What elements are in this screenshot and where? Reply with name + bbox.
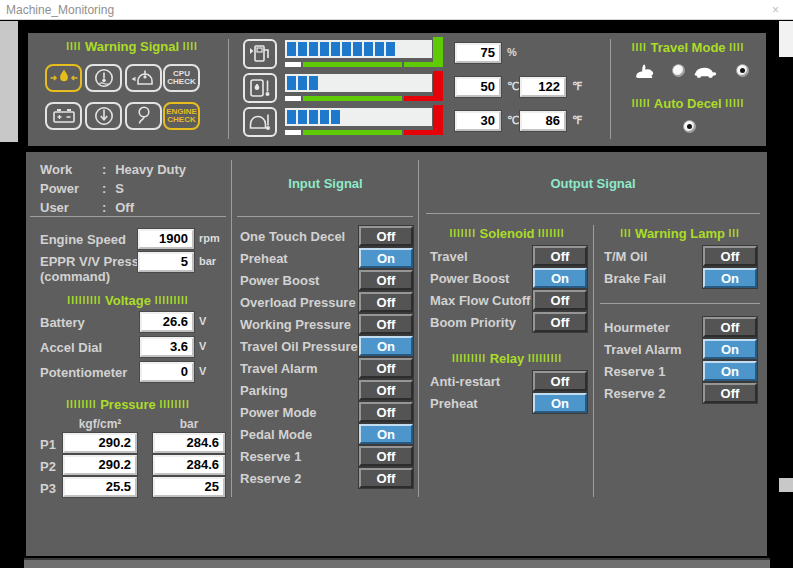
- engine-check-line2: CHECK: [167, 115, 195, 124]
- ticks-right: IIII: [729, 42, 744, 53]
- work-value: Heavy Duty: [115, 162, 186, 177]
- overload-pressure-toggle[interactable]: Off: [359, 292, 413, 312]
- travel-mode-rabbit-radio[interactable]: [672, 64, 685, 77]
- input-label: Parking: [240, 383, 288, 398]
- battery-warning-icon: [45, 102, 82, 130]
- ticks-right: IIIIIIII: [159, 399, 189, 410]
- warning-signal-title: Warning Signal: [85, 39, 179, 54]
- travel-mode-turtle-radio[interactable]: [736, 64, 749, 77]
- pressure-title: Pressure: [100, 397, 156, 412]
- engine-speed-unit: rpm: [199, 232, 220, 244]
- anti-restart-toggle[interactable]: Off: [533, 371, 587, 391]
- one-touch-decel-toggle[interactable]: Off: [359, 226, 413, 246]
- pedal-mode-toggle[interactable]: On: [359, 424, 413, 444]
- coolant-temp-c-unit: ℃: [507, 80, 519, 93]
- potentiometer-value[interactable]: 0: [140, 362, 194, 382]
- hydraulic-oil-gauge-cap: [433, 105, 443, 132]
- travel-oil-pressure-toggle[interactable]: On: [359, 336, 413, 356]
- input-label: Preheat: [240, 251, 288, 266]
- p3-label: P3: [40, 481, 56, 496]
- user-label: User: [40, 200, 102, 215]
- coolant-temp-c-value[interactable]: 50: [455, 77, 501, 97]
- input-label: Power Mode: [240, 405, 317, 420]
- pressure-col1-header: kgf/cm²: [63, 417, 137, 431]
- p3-bar-value[interactable]: 25: [153, 477, 225, 497]
- fuel-level-value[interactable]: 75: [455, 43, 501, 63]
- ticks-right: IIIII: [725, 98, 744, 109]
- user-value: Off: [115, 200, 134, 215]
- warning-lamp-label: Travel Alarm: [604, 342, 682, 357]
- output-signal-title: Output Signal: [426, 176, 760, 191]
- hydraulic-oil-temperature-icon: [243, 107, 277, 137]
- mode-info: Work: Heavy Duty Power: S User: Off: [40, 160, 230, 217]
- parking-toggle[interactable]: Off: [359, 380, 413, 400]
- ticks-left: IIIIIIIII: [452, 353, 486, 364]
- brake-fail-toggle[interactable]: On: [703, 268, 757, 288]
- auto-decel-radio[interactable]: [683, 120, 696, 133]
- voltage-title: Voltage: [105, 293, 151, 308]
- engine-check-warning-icon: ENGINE CHECK: [163, 102, 200, 130]
- warning-lamp-label: Reserve 1: [604, 364, 665, 379]
- preheat-input-toggle[interactable]: On: [359, 248, 413, 268]
- solenoid-header: IIIIIII Solenoid IIIIIII: [426, 226, 588, 241]
- p1-bar-value[interactable]: 284.6: [153, 433, 225, 453]
- hourmeter-toggle[interactable]: Off: [703, 317, 757, 337]
- fuel-gauge-bar: [285, 40, 432, 58]
- close-icon[interactable]: ×: [772, 0, 779, 20]
- coolant-gauge-scale: [285, 96, 443, 101]
- ticks-left: IIIIIII: [449, 228, 475, 239]
- fuel-gauge-scale: [285, 62, 443, 67]
- engine-speed-label: Engine Speed: [40, 232, 126, 247]
- engine-speed-value[interactable]: 1900: [138, 229, 194, 249]
- warning-signal-header: IIII Warning Signal IIII: [36, 39, 228, 54]
- hydraulic-oil-temp-c-value[interactable]: 30: [455, 111, 501, 131]
- max-flow-cutoff-toggle[interactable]: Off: [533, 290, 587, 310]
- travel-solenoid-toggle[interactable]: Off: [533, 246, 587, 266]
- input-label: Travel Oil Pressure: [240, 339, 358, 354]
- warning-lamp-label: Brake Fail: [604, 271, 666, 286]
- power-label: Power: [40, 181, 102, 196]
- turtle-icon: [691, 64, 719, 80]
- relay-header: IIIIIIIII Relay IIIIIIIII: [426, 351, 588, 366]
- lamp-reserve-1-toggle[interactable]: On: [703, 361, 757, 381]
- tm-oil-toggle[interactable]: Off: [703, 246, 757, 266]
- voltage-header: IIIIIIIII Voltage IIIIIIIII: [30, 293, 226, 308]
- eppr-value[interactable]: 5: [138, 252, 194, 272]
- ticks-left: IIIIIIII: [66, 399, 96, 410]
- hydraulic-oil-gauge-scale: [285, 130, 443, 135]
- power-value: S: [115, 181, 124, 196]
- travel-alarm-lamp-toggle[interactable]: On: [703, 339, 757, 359]
- preheat-relay-toggle[interactable]: On: [533, 393, 587, 413]
- input-label: Pedal Mode: [240, 427, 312, 442]
- input-reserve-1-toggle[interactable]: Off: [359, 446, 413, 466]
- accel-dial-label: Accel Dial: [40, 340, 102, 355]
- p2-kgf-value[interactable]: 290.2: [63, 455, 137, 475]
- input-label: Working Pressure: [240, 317, 351, 332]
- p3-kgf-value[interactable]: 25.5: [63, 477, 137, 497]
- coolant-gauge-bar: [285, 74, 432, 92]
- battery-value[interactable]: 26.6: [140, 312, 194, 332]
- travel-alarm-input-toggle[interactable]: Off: [359, 358, 413, 378]
- power-mode-toggle[interactable]: Off: [359, 402, 413, 422]
- warning-lamp-label: Reserve 2: [604, 386, 665, 401]
- ticks-left: IIIII: [632, 98, 651, 109]
- hydraulic-oil-temp-f-unit: ℉: [572, 114, 582, 127]
- eppr-unit: bar: [199, 255, 216, 267]
- power-boost-input-toggle[interactable]: Off: [359, 270, 413, 290]
- power-boost-solenoid-toggle[interactable]: On: [533, 268, 587, 288]
- solenoid-label: Power Boost: [430, 271, 509, 286]
- input-reserve-2-toggle[interactable]: Off: [359, 468, 413, 488]
- coolant-temp-f-value[interactable]: 122: [520, 77, 566, 97]
- warning-lamp-label: Hourmeter: [604, 320, 670, 335]
- p1-kgf-value[interactable]: 290.2: [63, 433, 137, 453]
- ticks-left: III: [620, 228, 631, 239]
- working-pressure-toggle[interactable]: Off: [359, 314, 413, 334]
- desktop-sliver-left: [0, 21, 18, 142]
- lamp-reserve-2-toggle[interactable]: Off: [703, 383, 757, 403]
- warning-lamp-divider: [600, 303, 760, 304]
- accel-dial-value[interactable]: 3.6: [140, 337, 194, 357]
- boom-priority-toggle[interactable]: Off: [533, 312, 587, 332]
- p2-bar-value[interactable]: 284.6: [153, 455, 225, 475]
- window-title: Machine_Monitoring: [6, 3, 114, 17]
- hydraulic-oil-temp-f-value[interactable]: 86: [520, 111, 566, 131]
